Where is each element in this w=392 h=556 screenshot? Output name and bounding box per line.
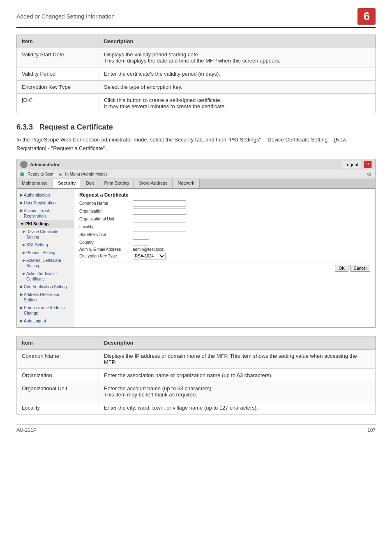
arrow-icon: ▶ <box>23 250 25 255</box>
form-label-2: Organizational Unit <box>79 217 133 221</box>
bottom-table-desc-0: Displays the IP address or domain name o… <box>99 349 376 368</box>
cancel-button[interactable]: Cancel <box>350 265 370 272</box>
arrow-icon: ▶ <box>20 306 23 310</box>
form-input-small-5[interactable] <box>133 239 149 246</box>
form-label-5: Country <box>79 240 133 245</box>
sidebar-item-label: Authentication <box>24 192 50 198</box>
form-buttons: OK Cancel <box>79 265 370 272</box>
ui-statusbar: Ready to Scan 🖨 In Menu (Admin Mode) ⚙ <box>17 170 375 179</box>
form-input-1[interactable] <box>133 208 186 215</box>
sidebar-item-label: Permission of Address Change <box>24 305 71 316</box>
bottom-table-item-3: Locality <box>17 401 99 414</box>
top-table-header-item: Item <box>17 35 99 48</box>
top-table-desc-1: Enter the certificate's the validity per… <box>99 67 376 81</box>
sidebar-item-authentication[interactable]: ▶ Authentication <box>17 191 74 199</box>
form-row-1: Organization <box>79 208 370 215</box>
arrow-icon: ▶ <box>20 208 23 213</box>
top-table-item-2: Encryption Key Type <box>17 81 99 94</box>
top-table-header-desc: Description <box>99 35 376 48</box>
nav-tab-maintenance[interactable]: Maintenance <box>17 179 53 188</box>
top-table-item-0: Validity Start Date <box>17 48 99 67</box>
form-input-3[interactable] <box>133 224 186 230</box>
bottom-table-item-2: Organizational Unit <box>17 382 99 401</box>
sidebar-item-action-for-invalid-certificate[interactable]: ▶ Action for Invalid Certificate <box>17 270 74 283</box>
sidebar-item-device-certificate-setting[interactable]: ▶ Device Certificate Setting <box>17 228 74 241</box>
form-text-6: admin@test.local <box>133 247 164 252</box>
arrow-icon: ▶ <box>20 201 23 206</box>
sidebar-item-user-registration[interactable]: ▶ User Registration <box>17 199 74 207</box>
bottom-table-desc-3: Enter the city, ward, town, or village n… <box>99 401 376 414</box>
sidebar-item-label: Address Reference Setting <box>24 292 71 303</box>
ui-screenshot: Administrator Logout ? Ready to Scan 🖨 I… <box>16 159 376 328</box>
arrow-icon: ▶ <box>23 229 25 234</box>
ui-topbar-right[interactable]: Logout ? <box>341 161 372 168</box>
form-row-3: Locality <box>79 224 370 230</box>
status-ready: Ready to Scan <box>28 172 55 176</box>
sidebar-item-cert-verification-setting[interactable]: ▶ Cert Verification Setting <box>17 283 74 291</box>
sidebar-item-account-track-registration[interactable]: ▶ Account Track Registration <box>17 207 74 220</box>
top-table-desc-0: Displays the validity period starting da… <box>99 48 376 67</box>
printer-icon: 🖨 <box>58 172 62 176</box>
page-header: Added or Changed Setting Information 6 <box>16 8 376 28</box>
sidebar-item-protocol-setting[interactable]: ▶ Protocol Setting <box>17 249 74 257</box>
ui-main: ▶ Authentication▶ User Registration▶ Acc… <box>17 189 375 327</box>
form-label-6: Admin. E-mail Address <box>79 247 133 252</box>
sidebar-item-label: Cert Verification Setting <box>24 284 67 290</box>
bottom-table-item-0: Common Name <box>17 349 99 368</box>
form-input-2[interactable] <box>133 216 186 222</box>
section-heading: 6.3.3 Request a Certificate <box>16 123 376 132</box>
settings-icon[interactable]: ⚙ <box>367 171 372 178</box>
sidebar-item-ssl-setting[interactable]: ▶ SSL Setting <box>17 241 74 249</box>
sidebar-item-label: ▼ PKI Settings <box>20 221 50 227</box>
logout-button[interactable]: Logout <box>341 161 362 168</box>
form-row-4: State/Province <box>79 232 370 238</box>
form-input-4[interactable] <box>133 232 186 238</box>
nav-tab-box[interactable]: Box <box>81 179 99 188</box>
ui-topbar: Administrator Logout ? <box>17 159 375 170</box>
ui-topbar-left: Administrator <box>20 161 60 168</box>
nav-tab-network[interactable]: Network <box>173 179 199 188</box>
sidebar-item-label: User Registration <box>24 200 55 206</box>
ui-content: Request a Certificate Common NameOrganiz… <box>74 189 375 327</box>
top-info-table: Item Description Validity Start DateDisp… <box>16 35 376 113</box>
status-dot <box>20 172 24 176</box>
sidebar-item-permission-of-address-change[interactable]: ▶ Permission of Address Change <box>17 304 74 317</box>
ui-content-title: Request a Certificate <box>79 192 370 198</box>
form-row-6: Admin. E-mail Addressadmin@test.local <box>79 247 370 252</box>
bottom-table-desc-2: Enter the account name (up to 63 charact… <box>99 382 376 401</box>
top-table-item-1: Validity Period <box>17 67 99 81</box>
section-title: Request a Certificate <box>39 123 113 131</box>
arrow-icon: ▶ <box>23 258 25 263</box>
page-footer: AU-211P 107 <box>16 424 376 433</box>
arrow-icon: ▶ <box>20 285 23 290</box>
help-button[interactable]: ? <box>364 161 372 168</box>
form-select-7[interactable]: RSA-1024RSA-2048 <box>133 253 166 259</box>
sidebar-item-address-reference-setting[interactable]: ▶ Address Reference Setting <box>17 291 74 304</box>
top-table-desc-3: Click this button to create a self-signe… <box>99 94 376 113</box>
arrow-icon: ▶ <box>23 271 25 276</box>
footer-left: AU-211P <box>16 427 37 433</box>
form-label-0: Common Name <box>79 201 133 206</box>
nav-tab-store-address[interactable]: Store Address <box>134 179 173 188</box>
form-label-4: State/Province <box>79 232 133 237</box>
sidebar-item-auto-logout[interactable]: ▶ Auto Logout <box>17 317 74 325</box>
footer-right: 107 <box>367 427 376 433</box>
nav-tab-print-setting[interactable]: Print Setting <box>99 179 134 188</box>
section-number: 6.3.3 <box>16 123 33 131</box>
sidebar-item-external-certificate-setting[interactable]: ▶ External Certificate Setting <box>17 257 74 270</box>
admin-icon <box>20 161 28 168</box>
sidebar-item--pki-settings[interactable]: ▼ PKI Settings <box>17 220 74 228</box>
nav-tab-security[interactable]: Security <box>53 179 81 188</box>
form-row-0: Common Name <box>79 200 370 207</box>
top-table-desc-2: Select the type of encryption key. <box>99 81 376 94</box>
sidebar-item-label: Account Track Registration <box>24 208 71 219</box>
form-label-3: Locality <box>79 225 133 229</box>
ok-button[interactable]: OK <box>335 265 348 272</box>
bottom-info-table: Item Description Common NameDisplays the… <box>16 336 376 415</box>
form-input-0[interactable] <box>133 200 186 207</box>
sidebar-item-label: Action for Invalid Certificate <box>26 271 71 282</box>
bottom-table-header-item: Item <box>17 336 99 349</box>
bottom-table-header-desc: Description <box>99 336 376 349</box>
arrow-icon: ▶ <box>20 319 23 324</box>
form-row-7: Encryption Key TypeRSA-1024RSA-2048 <box>79 253 370 259</box>
